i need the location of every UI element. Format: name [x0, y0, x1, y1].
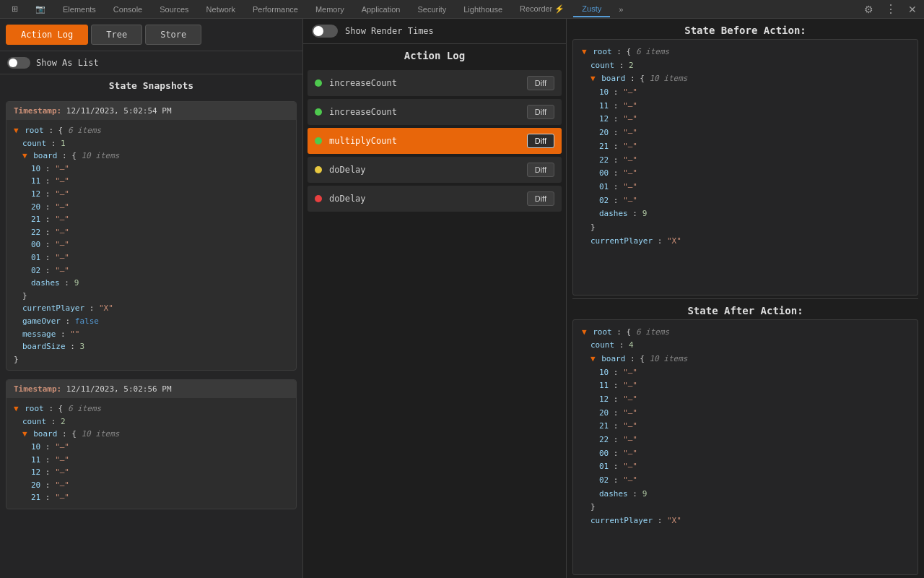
- show-render-times-label: Show Render Times: [345, 26, 434, 36]
- tree-toggle-board-2[interactable]: ▼: [22, 429, 27, 439]
- plugin-tab-bar: Action Log Tree Store: [0, 19, 302, 51]
- tab-lighthouse[interactable]: Lighthouse: [455, 2, 511, 17]
- tab-camera[interactable]: 📷: [27, 1, 54, 17]
- action-log-title: Action Log: [303, 44, 566, 66]
- action-list: increaseCount Diff increaseCount Diff mu…: [303, 66, 566, 578]
- action-status-dot-3: [315, 137, 322, 144]
- timestamp-label-2: Timestamp:: [14, 384, 61, 394]
- show-as-list-label: Show As List: [36, 58, 99, 68]
- state-before-title: State Before Action:: [567, 19, 924, 39]
- state-before-content: ▼ root : { 6 items count : 2 ▼ board : {…: [572, 39, 918, 296]
- action-status-dot-1: [315, 79, 322, 87]
- more-options-icon[interactable]: ⋮: [881, 1, 901, 17]
- state-after-content: ▼ root : { 6 items count : 4 ▼ board : {…: [572, 319, 918, 576]
- timestamp-value-2: 12/11/2023, 5:02:56 PM: [66, 384, 172, 394]
- action-status-dot-2: [315, 108, 322, 116]
- tree-toggle-before-root[interactable]: ▼: [582, 47, 587, 56]
- diff-button-5[interactable]: Diff: [527, 191, 554, 206]
- main-layout: Action Log Tree Store Show As List State…: [0, 19, 924, 578]
- tab-more[interactable]: »: [610, 2, 632, 17]
- right-panel: State Before Action: ▼ root : { 6 items …: [567, 19, 924, 578]
- diff-button-2[interactable]: Diff: [527, 105, 554, 119]
- snapshot-card-1[interactable]: Timestamp: 12/11/2023, 5:02:54 PM ▼ root…: [6, 101, 297, 371]
- tab-sources[interactable]: Sources: [151, 2, 197, 17]
- diff-button-1[interactable]: Diff: [527, 76, 554, 90]
- show-as-list-row: Show As List: [0, 51, 302, 74]
- middle-header: Show Render Times: [303, 19, 566, 44]
- tab-tree[interactable]: Tree: [91, 25, 142, 45]
- middle-panel: Show Render Times Action Log increaseCou…: [303, 19, 567, 578]
- action-name-3: multiplyCount: [329, 136, 527, 146]
- devtools-tab-bar: ⊞ 📷 Elements Console Sources Network Per…: [0, 0, 924, 19]
- tab-zusty[interactable]: Zusty: [573, 1, 610, 17]
- action-status-dot-4: [315, 166, 322, 173]
- tree-toggle-root-2[interactable]: ▼: [14, 404, 19, 413]
- tab-action-log[interactable]: Action Log: [6, 25, 88, 45]
- snapshot-timestamp-2: Timestamp: 12/11/2023, 5:02:56 PM: [6, 380, 296, 398]
- tab-memory[interactable]: Memory: [307, 2, 353, 17]
- tab-security[interactable]: Security: [409, 2, 455, 17]
- action-item-2[interactable]: increaseCount Diff: [308, 99, 562, 125]
- tab-performance[interactable]: Performance: [244, 2, 307, 17]
- snapshot-content-1: ▼ root : { 6 items count : 1 ▼ board : {…: [6, 120, 296, 370]
- tree-toggle-before-board[interactable]: ▼: [590, 74, 596, 83]
- state-before-section: State Before Action: ▼ root : { 6 items …: [567, 19, 924, 298]
- tab-store[interactable]: Store: [145, 25, 201, 45]
- tab-elements[interactable]: Elements: [54, 2, 105, 17]
- show-render-times-toggle[interactable]: [312, 25, 338, 38]
- left-panel: Action Log Tree Store Show As List State…: [0, 19, 303, 578]
- tab-network[interactable]: Network: [198, 2, 244, 17]
- show-as-list-toggle[interactable]: [7, 57, 30, 69]
- close-icon[interactable]: ✕: [904, 2, 921, 17]
- action-item-5[interactable]: doDelay Diff: [308, 186, 562, 212]
- snapshots-list: Timestamp: 12/11/2023, 5:02:54 PM ▼ root…: [0, 95, 302, 578]
- action-name-1: increaseCount: [329, 78, 527, 88]
- action-status-dot-5: [315, 195, 322, 202]
- tree-toggle-after-root[interactable]: ▼: [582, 327, 587, 337]
- action-item-3[interactable]: multiplyCount Diff: [308, 128, 562, 154]
- tab-console[interactable]: Console: [105, 2, 151, 17]
- tab-icon-grid[interactable]: ⊞: [3, 1, 27, 17]
- timestamp-label-1: Timestamp:: [14, 106, 61, 116]
- tree-toggle-root-1[interactable]: ▼: [14, 126, 19, 135]
- diff-button-4[interactable]: Diff: [527, 163, 554, 177]
- snapshot-card-2[interactable]: Timestamp: 12/11/2023, 5:02:56 PM ▼ root…: [6, 379, 297, 509]
- action-item-1[interactable]: increaseCount Diff: [308, 70, 562, 96]
- action-item-4[interactable]: doDelay Diff: [308, 157, 562, 183]
- timestamp-value-1: 12/11/2023, 5:02:54 PM: [66, 106, 172, 116]
- action-name-2: increaseCount: [329, 107, 527, 117]
- state-after-section: State After Action: ▼ root : { 6 items c…: [567, 299, 924, 579]
- tree-toggle-after-board[interactable]: ▼: [590, 354, 596, 363]
- tab-application[interactable]: Application: [353, 2, 409, 17]
- tab-recorder[interactable]: Recorder ⚡: [511, 1, 573, 17]
- settings-icon[interactable]: ⚙: [860, 2, 878, 17]
- tree-toggle-board-1[interactable]: ▼: [22, 151, 27, 160]
- snapshot-content-2: ▼ root : { 6 items count : 2 ▼ board : {…: [6, 398, 296, 509]
- diff-button-3[interactable]: Diff: [527, 134, 554, 148]
- snapshot-timestamp-1: Timestamp: 12/11/2023, 5:02:54 PM: [6, 102, 296, 120]
- state-after-title: State After Action:: [567, 299, 924, 319]
- state-snapshots-title: State Snapshots: [0, 74, 302, 95]
- action-name-5: doDelay: [329, 194, 527, 204]
- action-name-4: doDelay: [329, 165, 527, 175]
